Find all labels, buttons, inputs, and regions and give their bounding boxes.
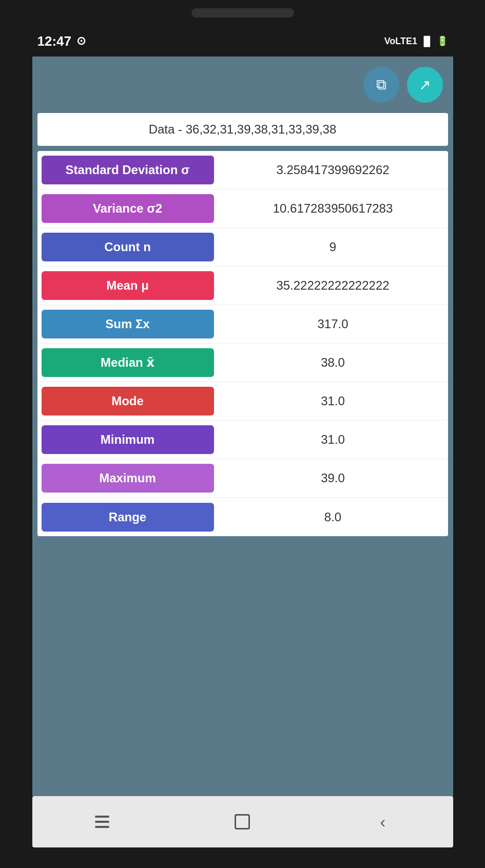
results-table: Standard Deviation σ3.258417399692262Var…: [37, 151, 448, 536]
menu-icon: [95, 816, 109, 828]
bottom-spacer: [32, 536, 453, 796]
status-time: 12:47 ⊙: [37, 33, 86, 49]
wifi-icon: ⊙: [76, 34, 86, 48]
app-container: ⧉ ↗ Data - 36,32,31,39,38,31,33,39,38 St…: [32, 56, 453, 796]
signal-text: VoLTE1: [384, 36, 417, 47]
clock: 12:47: [37, 33, 72, 49]
label-std_dev: Standard Deviation σ: [42, 156, 214, 184]
label-mean: Mean μ: [42, 271, 214, 300]
value-sum: 317.0: [218, 310, 448, 338]
notch: [191, 8, 294, 17]
value-mean: 35.22222222222222: [218, 271, 448, 300]
signal-bars-icon: ▐▌: [420, 36, 434, 47]
value-count: 9: [218, 233, 448, 261]
label-variance: Variance σ2: [42, 194, 214, 223]
share-icon: ↗: [419, 77, 431, 93]
result-row-variance: Variance σ210.617283950617283: [37, 190, 448, 228]
result-row-maximum: Maximum39.0: [37, 459, 448, 498]
label-median: Median x̃: [42, 348, 214, 377]
app-header: ⧉ ↗: [32, 56, 453, 113]
notch-bar: [0, 0, 485, 26]
result-row-minimum: Minimum31.0: [37, 421, 448, 459]
value-maximum: 39.0: [218, 464, 448, 493]
result-row-mean: Mean μ35.22222222222222: [37, 267, 448, 305]
value-minimum: 31.0: [218, 425, 448, 454]
value-std_dev: 3.258417399692262: [218, 156, 448, 184]
nav-bar: ‹: [32, 796, 453, 847]
phone-frame: 12:47 ⊙ VoLTE1 ▐▌ 🔋 ⧉ ↗ Data - 36,32,31,…: [0, 0, 485, 868]
result-row-median: Median x̃38.0: [37, 344, 448, 382]
bottom-edge: [0, 847, 485, 868]
copy-icon: ⧉: [376, 77, 386, 93]
value-variance: 10.617283950617283: [218, 194, 448, 223]
value-median: 38.0: [218, 348, 448, 377]
result-row-count: Count n9: [37, 228, 448, 267]
data-input-bar: Data - 36,32,31,39,38,31,33,39,38: [37, 113, 448, 146]
label-range: Range: [42, 503, 214, 532]
value-range: 8.0: [218, 503, 448, 532]
label-minimum: Minimum: [42, 425, 214, 454]
battery-icon: 🔋: [437, 35, 448, 47]
label-count: Count n: [42, 233, 214, 261]
result-row-range: Range8.0: [37, 498, 448, 536]
home-button[interactable]: [227, 806, 258, 837]
back-button[interactable]: ‹: [367, 806, 398, 837]
label-mode: Mode: [42, 387, 214, 416]
result-row-mode: Mode31.0: [37, 382, 448, 421]
value-mode: 31.0: [218, 387, 448, 416]
copy-button[interactable]: ⧉: [363, 67, 399, 103]
back-icon: ‹: [380, 813, 385, 832]
result-row-std_dev: Standard Deviation σ3.258417399692262: [37, 151, 448, 190]
home-icon: [235, 814, 250, 829]
status-bar: 12:47 ⊙ VoLTE1 ▐▌ 🔋: [32, 26, 453, 56]
menu-button[interactable]: [87, 806, 118, 837]
label-maximum: Maximum: [42, 464, 214, 493]
share-button[interactable]: ↗: [407, 67, 443, 103]
status-icons: VoLTE1 ▐▌ 🔋: [384, 35, 448, 47]
result-row-sum: Sum Σx317.0: [37, 305, 448, 344]
label-sum: Sum Σx: [42, 310, 214, 338]
